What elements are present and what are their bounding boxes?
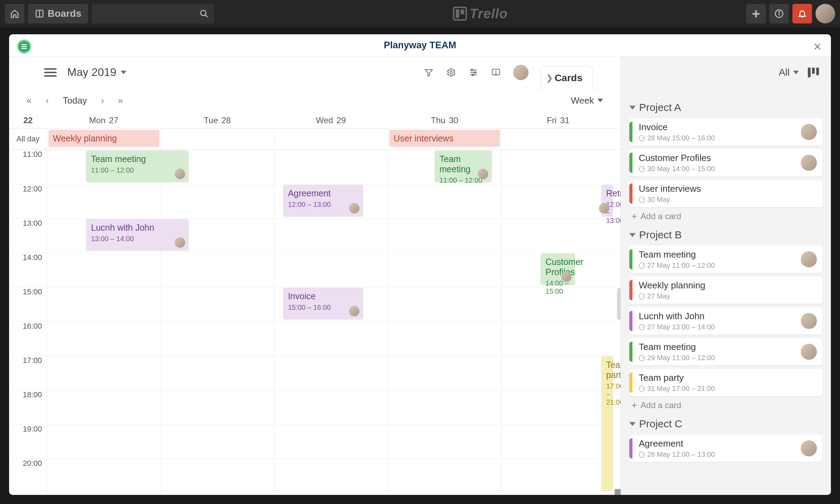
time-cell[interactable] xyxy=(501,390,615,424)
resize-handle[interactable] xyxy=(617,288,621,320)
calendar-event[interactable]: Lucnh with John 13:00 – 14:00 xyxy=(86,219,189,251)
all-day-cell[interactable] xyxy=(161,128,274,149)
time-cell[interactable] xyxy=(388,390,502,424)
sidebar-card[interactable]: Invoice 28 May 15:00 – 16:00 xyxy=(629,118,822,146)
resize-corner-icon[interactable] xyxy=(615,489,621,495)
calendar-event[interactable]: Retrospective 12:00 – 13:00 xyxy=(601,185,613,216)
panel-header: Planyway TEAM ✕ xyxy=(9,34,831,57)
cards-tab[interactable]: ❯ Cards xyxy=(540,66,593,90)
time-cell[interactable] xyxy=(47,458,161,493)
time-cell[interactable] xyxy=(161,424,274,458)
time-cell[interactable] xyxy=(274,150,388,184)
sidebar-card[interactable]: Agreement 28 May 12:00 – 13:00 xyxy=(629,435,822,462)
time-cell[interactable] xyxy=(274,424,388,458)
time-cell[interactable] xyxy=(501,356,615,390)
sidebar-card[interactable]: Team party 31 May 17:00 – 21:00 xyxy=(629,369,822,396)
time-cell[interactable] xyxy=(274,218,388,253)
all-day-cell[interactable]: User interviews xyxy=(388,128,502,149)
sidebar-card[interactable]: Team meeting 29 May 11:00 – 12:00 xyxy=(629,338,822,365)
sidebar-card[interactable]: User interviews 30 May xyxy=(629,180,822,207)
time-cell[interactable] xyxy=(388,184,502,218)
time-cell[interactable] xyxy=(47,253,161,287)
view-picker[interactable]: Week xyxy=(571,95,603,106)
nav-prev[interactable]: ‹ xyxy=(46,95,49,106)
project-header[interactable]: Project C xyxy=(629,418,822,430)
time-cell[interactable] xyxy=(47,390,161,424)
time-cell[interactable] xyxy=(501,424,615,458)
time-cell[interactable] xyxy=(388,287,502,321)
add-card-button[interactable]: +Add a card xyxy=(631,211,822,222)
time-cell[interactable] xyxy=(161,253,274,287)
notifications-button[interactable] xyxy=(792,4,812,23)
all-day-event[interactable]: User interviews xyxy=(390,130,500,147)
info-button[interactable] xyxy=(769,4,789,23)
time-cell[interactable] xyxy=(388,458,502,493)
time-cell[interactable] xyxy=(388,321,502,356)
time-cell[interactable] xyxy=(47,184,161,218)
sidebar-scroll[interactable]: Project A Invoice 28 May 15:00 – 16:00 C… xyxy=(621,88,831,495)
time-cell[interactable] xyxy=(501,184,615,218)
time-cell[interactable] xyxy=(388,356,502,390)
sidebar-card[interactable]: Weekly planning 27 May xyxy=(629,276,822,304)
filter-all[interactable]: All xyxy=(779,67,799,78)
nav-next-fast[interactable]: » xyxy=(118,95,123,106)
time-cell[interactable] xyxy=(161,184,274,218)
today-button[interactable]: Today xyxy=(63,95,87,106)
time-cell[interactable] xyxy=(47,287,161,321)
calendar-event[interactable]: Team party 17:00 – 21:00 xyxy=(601,356,613,491)
time-cell[interactable] xyxy=(274,356,388,390)
time-cell[interactable] xyxy=(47,424,161,458)
calendar-event[interactable]: Customer Profiles 14:00 – 15:00 xyxy=(541,253,575,285)
settings-button[interactable] xyxy=(446,67,456,78)
time-cell[interactable] xyxy=(274,458,388,493)
calendar-event[interactable]: Team meeting 11:00 – 12:00 xyxy=(435,150,492,182)
calendar-event[interactable]: Invoice 15:00 – 16:00 xyxy=(283,288,363,319)
all-day-event[interactable]: Weekly planning xyxy=(49,130,159,147)
time-cell[interactable] xyxy=(388,424,502,458)
board-view-button[interactable] xyxy=(808,68,819,77)
calendar-event[interactable]: Team meeting 11:00 – 12:00 xyxy=(86,150,189,182)
boards-button[interactable]: Boards xyxy=(28,4,88,23)
add-button[interactable]: + xyxy=(746,4,766,23)
time-cell[interactable] xyxy=(274,253,388,287)
nav-next[interactable]: › xyxy=(101,95,104,106)
time-cell[interactable] xyxy=(388,218,502,253)
time-cell[interactable] xyxy=(47,321,161,356)
project-header[interactable]: Project B xyxy=(629,229,822,241)
time-cell[interactable] xyxy=(274,321,388,356)
time-cell[interactable] xyxy=(161,356,274,390)
time-cell[interactable] xyxy=(501,321,615,356)
search-box[interactable] xyxy=(92,4,214,23)
time-cell[interactable] xyxy=(501,458,615,493)
time-cell[interactable] xyxy=(501,150,615,184)
sliders-button[interactable] xyxy=(468,67,479,78)
project-header[interactable]: Project A xyxy=(629,102,822,113)
time-cell[interactable] xyxy=(501,218,615,253)
toolbar-avatar[interactable] xyxy=(513,65,528,80)
time-cell[interactable] xyxy=(161,287,274,321)
home-button[interactable] xyxy=(5,4,24,23)
card-meta: 28 May 15:00 – 16:00 xyxy=(639,134,801,142)
sidebar-card[interactable]: Lucnh with John 27 May 13:00 – 14:00 xyxy=(629,307,822,335)
time-cell[interactable] xyxy=(47,356,161,390)
time-cell[interactable] xyxy=(161,390,274,424)
time-cell[interactable] xyxy=(274,390,388,424)
month-picker[interactable]: May 2019 xyxy=(67,66,126,79)
user-avatar[interactable] xyxy=(816,4,835,23)
all-day-cell[interactable] xyxy=(274,128,388,149)
sidebar-card[interactable]: Customer Profiles 30 May 14:00 – 15:00 xyxy=(629,149,822,176)
menu-button[interactable] xyxy=(44,68,57,77)
time-cell[interactable] xyxy=(161,321,274,356)
add-card-button[interactable]: +Add a card xyxy=(631,400,822,411)
sidebar-card[interactable]: Team meeting 27 May 11:00 – 12:00 xyxy=(629,246,822,273)
calendar-event[interactable]: Agreement 12:00 – 13:00 xyxy=(283,185,363,216)
time-cell[interactable] xyxy=(388,253,502,287)
all-day-cell[interactable] xyxy=(501,128,615,149)
project-name: Project C xyxy=(639,418,682,430)
filter-button[interactable] xyxy=(424,67,434,78)
close-button[interactable]: ✕ xyxy=(813,41,822,53)
time-cell[interactable] xyxy=(161,458,274,493)
comment-button[interactable] xyxy=(491,67,501,78)
all-day-cell[interactable]: Weekly planning xyxy=(47,128,161,149)
nav-prev-fast[interactable]: « xyxy=(27,95,31,106)
